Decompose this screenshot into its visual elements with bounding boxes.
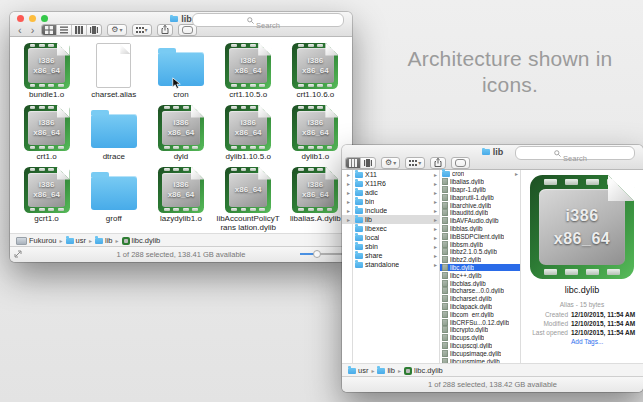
file-name: libc.dylib <box>450 264 474 271</box>
grid-item[interactable]: i386x86_64crt1.10.6.o <box>282 38 349 100</box>
grid-item[interactable]: i386x86_64dylib1.o <box>282 100 349 162</box>
path-item-libc.dylib[interactable]: libc.dylib <box>404 366 443 375</box>
share-button[interactable] <box>430 157 446 169</box>
path-separator-icon: ▸ <box>398 367 401 374</box>
path-item-lib[interactable]: lib <box>377 366 395 375</box>
grid-item[interactable]: i386x86_64dyld <box>147 100 214 162</box>
parent-column-row[interactable]: ▸ <box>342 170 352 179</box>
folder-row[interactable]: standalone▸ <box>353 260 439 269</box>
preview-filename: libc.dylib <box>521 285 643 295</box>
architecture-chip-icon: i386x86_64 <box>24 105 70 151</box>
search-input[interactable] <box>193 20 343 32</box>
grid-item[interactable]: i386x86_64bundle1.o <box>13 38 80 100</box>
action-menu-button[interactable]: ⚙ ▾ <box>381 157 400 169</box>
arrange-menu-button[interactable]: ▾ <box>132 24 152 36</box>
finder-window-icon-view: lib ‹ › <box>10 12 352 262</box>
file-row[interactable]: libapr-1.dylib <box>440 186 520 194</box>
icon-view-button[interactable] <box>42 25 57 35</box>
folder-row[interactable]: share▸ <box>353 251 439 260</box>
file-row[interactable]: libBSDPClient.dylib <box>440 232 520 240</box>
grid-item[interactable]: i386x86_64crt1.o <box>13 100 80 162</box>
coverflow-view-icon <box>364 159 372 167</box>
file-row[interactable]: libbz2.dylib <box>440 256 520 264</box>
file-row[interactable]: libarchive.dylib <box>440 201 520 209</box>
file-row[interactable]: libCRFSu...0.12.dylib <box>440 318 520 326</box>
icon-size-slider[interactable] <box>300 253 344 255</box>
grid-item[interactable]: groff <box>80 162 147 233</box>
file-row[interactable]: libcrypto.dylib <box>440 326 520 334</box>
action-menu-button[interactable]: ⚙ ▾ <box>107 24 126 36</box>
path-item-Fukurou[interactable]: Fukurou <box>16 236 57 245</box>
folder-row[interactable]: include▸ <box>353 206 439 215</box>
folder-row[interactable]: bin▸ <box>353 197 439 206</box>
share-button[interactable] <box>157 24 173 36</box>
search-field[interactable] <box>192 13 344 27</box>
path-item-usr[interactable]: usr <box>348 366 368 375</box>
folder-row[interactable]: libexec▸ <box>353 224 439 233</box>
grid-item[interactable]: i386x86_64gcrt1.o <box>13 162 80 233</box>
column-view-button[interactable] <box>72 25 87 35</box>
parent-column-row[interactable]: ▸ <box>342 215 352 224</box>
folder-row[interactable]: X11▸ <box>353 170 439 179</box>
gear-icon: ⚙ <box>111 25 118 34</box>
grid-item[interactable]: x86_64libAccountPolicyTrans lation.dylib <box>215 162 282 233</box>
file-row[interactable]: libalias.dylib <box>440 178 520 186</box>
back-button[interactable]: ‹ <box>16 25 24 35</box>
folder-proxy-icon[interactable] <box>482 149 490 155</box>
file-row[interactable]: libclapack.dylib <box>440 303 520 311</box>
file-row[interactable]: libcupscgi.dylib <box>440 342 520 350</box>
file-row[interactable]: libaprutil-1.dylib <box>440 193 520 201</box>
file-row[interactable]: libauditd.dylib <box>440 209 520 217</box>
file-row[interactable]: libcups.dylib <box>440 334 520 342</box>
detail-label: Created <box>521 310 568 319</box>
file-row[interactable]: libc++.dylib <box>440 271 520 279</box>
file-row[interactable]: libcupsimage.dylib <box>440 349 520 357</box>
tags-button[interactable] <box>451 157 470 169</box>
parent-column-row[interactable]: ▸ <box>342 206 352 215</box>
add-tags-link[interactable]: Add Tags... <box>571 338 643 345</box>
search-input[interactable] <box>516 153 634 165</box>
coverflow-view-button[interactable] <box>361 158 375 168</box>
coverflow-view-button[interactable] <box>87 25 101 35</box>
file-icon <box>442 217 448 224</box>
parent-column-row[interactable]: ▸ <box>342 179 352 188</box>
file-row[interactable]: libc.dylib <box>440 264 520 272</box>
column-view-button[interactable] <box>346 158 361 168</box>
folder-row[interactable]: lib▸ <box>353 215 439 224</box>
folder-proxy-icon[interactable] <box>170 16 178 22</box>
file-row[interactable]: cron▸ <box>440 170 520 178</box>
parent-column-row[interactable]: ▸ <box>342 197 352 206</box>
grid-item[interactable]: charset.alias <box>80 38 147 100</box>
tag-icon <box>182 26 193 34</box>
tag-icon <box>455 159 466 167</box>
folder-row[interactable]: X11R6▸ <box>353 179 439 188</box>
path-item-libc.dylib[interactable]: libc.dylib <box>122 236 161 245</box>
path-item-usr[interactable]: usr <box>66 236 86 245</box>
file-row[interactable]: libcharse...0.0.dylib <box>440 287 520 295</box>
folder-row[interactable]: adic▸ <box>353 188 439 197</box>
file-icon <box>442 248 448 255</box>
grid-item[interactable]: i386x86_64lazydylib1.o <box>147 162 214 233</box>
path-item-lib[interactable]: lib <box>95 236 113 245</box>
search-field[interactable] <box>515 146 635 160</box>
file-row[interactable]: libbsm.dylib <box>440 240 520 248</box>
file-row[interactable]: libcom_err.dylib <box>440 310 520 318</box>
grid-item[interactable]: i386x86_64crt1.10.5.o <box>215 38 282 100</box>
forward-button[interactable]: › <box>29 25 37 35</box>
grid-item[interactable]: i386x86_64libalias.A.dylib <box>282 162 349 233</box>
file-row[interactable]: libbz2.1.0.5.dylib <box>440 248 520 256</box>
folder-row[interactable]: local▸ <box>353 233 439 242</box>
folder-row[interactable]: sbin▸ <box>353 242 439 251</box>
file-row[interactable]: libcblas.dylib <box>440 279 520 287</box>
arrange-menu-button[interactable]: ▾ <box>405 157 425 169</box>
file-row[interactable]: libAVFAudio.dylib <box>440 217 520 225</box>
view-switcher <box>345 157 376 169</box>
grid-item[interactable]: cron <box>147 38 214 100</box>
grid-item[interactable]: dtrace <box>80 100 147 162</box>
file-row[interactable]: libblas.dylib <box>440 225 520 233</box>
grid-item[interactable]: i386x86_64dylib1.10.5.o <box>215 100 282 162</box>
slider-knob[interactable] <box>313 250 321 258</box>
parent-column-row[interactable]: ▸ <box>342 188 352 197</box>
file-row[interactable]: libcharset.dylib <box>440 295 520 303</box>
list-view-button[interactable] <box>57 25 72 35</box>
